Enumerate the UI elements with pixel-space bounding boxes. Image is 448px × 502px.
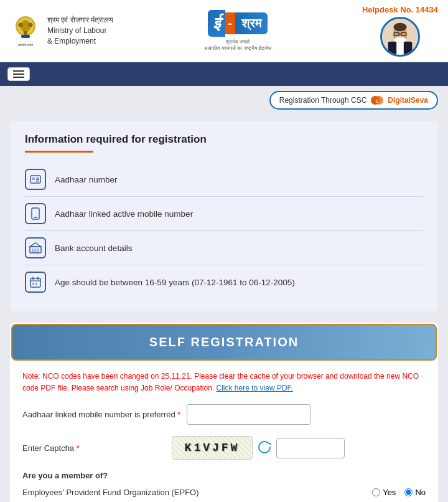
info-card: Information required for registration Aa… [10,121,438,311]
site-header: सत्यमेव जयते श्रम एवं रोजगार मंत्रालय Mi… [0,0,448,62]
gov-emblem-icon: सत्यमेव जयते [10,14,41,49]
captcha-row: Enter Captcha * K1VJFW [22,436,426,460]
captcha-required-marker: * [77,443,80,453]
id-card-icon [25,169,46,190]
info-item-aadhaar: Aadhaar number [25,163,423,197]
helpdesk-number: Helpdesk No. 14434 [362,5,438,14]
epfo-yes-option[interactable]: Yes [372,488,396,497]
csc-label: Registration Through CSC [279,96,367,105]
epfo-yes-radio[interactable] [372,488,380,496]
mobile-number-row: Aadhaar linked mobile number is preferre… [22,404,426,425]
epfo-radio-group: Yes No [372,488,426,497]
captcha-label: Enter Captcha * [22,443,166,453]
captcha-input[interactable] [276,438,345,458]
info-text-bank: Bank account details [55,244,133,253]
registration-title: SELF REGISTRATION [22,335,426,349]
info-text-mobile: Aadhaar linked active mobile number [55,209,193,219]
svg-text:C: C [376,99,379,103]
pm-photo [380,17,420,57]
ministry-text: श्रम एवं रोजगार मंत्रालय Ministry of Lab… [47,15,113,46]
eshram-e-letter: ई [208,10,225,37]
header-right: Helpdesk No. 14434 [362,5,438,57]
info-item-bank: Bank account details [25,231,423,265]
info-text-aadhaar: Aadhaar number [55,175,118,184]
navigation-bar [0,62,448,86]
epfo-no-radio[interactable] [404,488,413,496]
info-item-mobile: Aadhaar linked active mobile number [25,197,423,231]
svg-point-5 [19,22,23,27]
digital-seva-label: DigitalSeva [388,96,428,105]
info-text-age: Age should be between 16-59 years (07-12… [55,278,295,287]
eshram-shram-text: श्रम [235,12,268,34]
ministry-branding: सत्यमेव जयते श्रम एवं रोजगार मंत्रालय Mi… [10,14,113,49]
svg-rect-10 [396,42,404,55]
hamburger-line-3 [13,77,24,78]
eshram-tagline: श्रमेव जयते [226,39,250,45]
svg-rect-7 [24,31,27,35]
hamburger-line-1 [13,70,24,72]
eshram-logo: ई - श्रम श्रमेव जयते असंगठित कामगारों का… [204,10,271,52]
captcha-controls: K1VJFW [172,436,345,460]
epfo-row: Employees' Provident Fund Organization (… [22,488,426,497]
mobile-input[interactable] [187,404,311,425]
svg-marker-38 [268,443,271,445]
captcha-refresh-button[interactable] [258,440,271,456]
eshram-dash: - [225,12,236,34]
registration-header: SELF REGISTRATION [11,324,437,361]
info-item-age: Age should be between 16-59 years (07-12… [25,265,423,299]
nco-note: Note: NCO codes have been changed on 25.… [22,371,426,394]
main-content: Information required for registration Aa… [0,115,448,502]
svg-rect-3 [21,35,30,38]
refresh-icon [258,440,271,454]
svg-point-16 [393,23,406,32]
csc-logo-icon: C [370,95,384,105]
svg-point-12 [394,37,406,43]
info-title: Information required for registration [25,133,423,146]
csc-registration-bar: Registration Through CSC C DigitalSeva [0,86,448,115]
csc-badge[interactable]: Registration Through CSC C DigitalSeva [269,91,438,110]
svg-rect-21 [32,178,35,180]
pm-avatar-icon [382,18,418,55]
eshram-sub: असंगठित कामगारों का राष्ट्रीय डेटाबेस [204,45,271,52]
svg-rect-30 [35,249,37,253]
calendar-icon [25,272,46,293]
svg-text:सत्यमेव जयते: सत्यमेव जयते [17,43,33,47]
svg-rect-32 [30,278,40,287]
registration-body: Note: NCO codes have been changed on 25.… [10,362,438,502]
mobile-icon [25,203,46,224]
svg-rect-31 [37,249,39,253]
bank-icon [25,237,46,258]
mobile-label: Aadhaar linked mobile number is preferre… [22,410,180,419]
registration-card: SELF REGISTRATION Note: NCO codes have b… [10,323,438,502]
info-divider [25,151,93,153]
epfo-label: Employees' Provident Fund Organization (… [22,488,366,497]
captcha-image: K1VJFW [172,436,253,460]
membership-section-title: Are you a member of? [22,471,426,480]
hamburger-line-2 [13,73,24,75]
svg-rect-36 [32,283,34,285]
svg-rect-37 [35,283,37,285]
svg-marker-28 [30,243,41,247]
mobile-required-marker: * [177,410,180,419]
svg-rect-29 [32,249,34,253]
nco-pdf-link[interactable]: Click here to view PDF. [217,384,293,392]
hamburger-button[interactable] [7,67,30,81]
svg-point-6 [29,22,33,27]
epfo-no-option[interactable]: No [404,488,426,497]
